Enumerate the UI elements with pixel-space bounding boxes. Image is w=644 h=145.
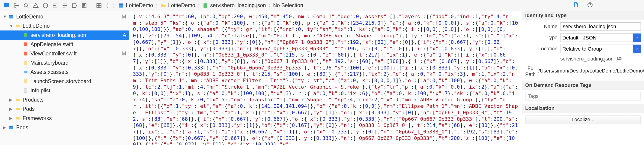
navigator-tab-issue[interactable] — [40, 0, 50, 11]
svg-rect-8 — [99, 3, 101, 5]
json-file-icon — [22, 33, 29, 38]
breadcrumb[interactable]: LottieDemo 〉 LottieDemo 〉 servishero_loa… — [117, 2, 303, 9]
svg-rect-18 — [24, 43, 27, 46]
plist-file-icon — [22, 88, 29, 93]
breadcrumb-folder: LottieDemo — [168, 2, 195, 9]
svg-rect-10 — [99, 6, 101, 8]
folder-icon — [14, 106, 21, 111]
nav-item-label: Products — [22, 97, 126, 103]
nav-item-label: LaunchScreen.storyboard — [30, 78, 126, 84]
project-navigator[interactable]: ▼ LottieDemo M ▼ LottieDemo servishero_l… — [0, 11, 129, 145]
svg-point-5 — [24, 4, 28, 7]
storyboard-file-icon — [22, 60, 29, 65]
file-name-input[interactable] — [560, 22, 641, 31]
chevron-right-icon: 〉 — [268, 3, 271, 8]
nav-file[interactable]: LaunchScreen.storyboard — [0, 77, 129, 86]
file-type-select[interactable]: Default - JSON — [560, 34, 641, 42]
editor-content[interactable]: {"v":"4.6.3","fr":60,"ip":0,"op":290,"w"… — [133, 13, 518, 145]
inspector-section-identity: Identity and Type — [522, 11, 644, 20]
disclosure-triangle-icon[interactable]: ▼ — [9, 24, 14, 28]
nav-pods-project[interactable]: ▶ Pods — [0, 123, 129, 132]
nav-file[interactable]: Main.storyboard — [0, 58, 129, 67]
json-file-icon — [202, 3, 208, 9]
nav-folder[interactable]: ▼ LottieDemo — [0, 21, 129, 31]
nav-item-label: Pods — [22, 106, 126, 112]
nav-item-label: LottieDemo — [16, 14, 120, 20]
storyboard-file-icon — [22, 79, 29, 84]
inspector-tab-help[interactable] — [587, 2, 593, 9]
disclosure-triangle-icon[interactable]: ▶ — [9, 97, 14, 102]
svg-point-3 — [14, 7, 16, 8]
xcode-project-icon — [8, 125, 15, 130]
nav-item-label: AppDelegate.swift — [30, 41, 126, 48]
svg-rect-21 — [24, 79, 27, 83]
inspector-section-localization: Localization — [522, 104, 644, 113]
navigator-tab-project[interactable] — [2, 0, 12, 11]
svg-rect-22 — [24, 89, 27, 93]
chevron-right-icon: 〉 — [198, 3, 200, 8]
svg-rect-7 — [97, 3, 99, 5]
breadcrumb-selection: No Selection — [273, 2, 303, 9]
xcode-project-icon — [8, 14, 15, 19]
nav-folder[interactable]: ▶ Frameworks — [0, 114, 129, 123]
field-label: Name — [525, 24, 558, 30]
nav-folder[interactable]: ▶ Pods — [0, 104, 129, 114]
relative-path: servishero_loading.json — [560, 56, 614, 62]
field-label: Full Path — [525, 65, 536, 77]
localize-button[interactable]: Localize... — [525, 115, 641, 124]
svg-point-2 — [14, 3, 16, 4]
navigator-tab-symbol[interactable] — [21, 0, 31, 11]
history-back[interactable]: 〈 — [104, 3, 110, 9]
navigator-tab-source-control[interactable] — [12, 0, 21, 11]
nav-file-selected[interactable]: servishero_loading.json A — [0, 31, 129, 40]
nav-item-label: Pods — [16, 124, 126, 131]
disclosure-triangle-icon[interactable]: ▶ — [3, 125, 8, 130]
svg-rect-9 — [97, 6, 99, 8]
svg-rect-20 — [24, 61, 27, 65]
scm-status: A — [120, 32, 126, 38]
nav-project-root[interactable]: ▼ LottieDemo M — [0, 12, 129, 21]
disclosure-triangle-icon[interactable]: ▼ — [3, 14, 8, 19]
scm-status: M — [120, 51, 126, 57]
field-label: Type — [525, 35, 558, 41]
nav-item-label: Frameworks — [22, 115, 126, 121]
editor-related-items[interactable] — [94, 0, 104, 11]
chevron-right-icon: 〉 — [156, 3, 158, 8]
nav-file[interactable]: Assets.xcassets — [0, 67, 129, 77]
odr-tags-input[interactable] — [525, 92, 641, 100]
nav-item-label: Info.plist — [30, 87, 126, 94]
choose-path-icon[interactable] — [617, 56, 622, 62]
file-location-select[interactable]: Relative to Group — [560, 45, 641, 53]
folder-icon — [14, 116, 21, 121]
svg-rect-24 — [9, 126, 14, 127]
navigator-tab-find[interactable] — [31, 0, 40, 11]
svg-point-4 — [18, 5, 19, 6]
nav-item-label: ViewController.swift — [30, 51, 120, 57]
breadcrumb-file: servishero_loading.json — [210, 2, 266, 9]
navigator-tab-report[interactable] — [79, 0, 89, 11]
nav-file[interactable]: ViewController.swift M — [0, 49, 129, 58]
svg-rect-17 — [24, 33, 27, 37]
nav-file[interactable]: AppDelegate.swift — [0, 40, 129, 49]
disclosure-triangle-icon[interactable]: ▶ — [9, 106, 14, 111]
nav-item-label: Main.storyboard — [30, 60, 126, 66]
svg-rect-16 — [9, 15, 14, 16]
svg-rect-19 — [24, 52, 27, 56]
inspector-tab-file[interactable] — [573, 2, 579, 9]
navigator-tab-breakpoint[interactable] — [70, 0, 79, 11]
navigator-tab-debug[interactable] — [60, 0, 70, 11]
folder-icon — [14, 97, 21, 102]
history-forward[interactable]: 〉 — [110, 3, 117, 9]
folder-icon — [14, 23, 21, 28]
disclosure-triangle-icon[interactable]: ▶ — [9, 116, 14, 121]
navigator-tab-test[interactable] — [50, 0, 60, 11]
nav-item-label: LottieDemo — [22, 23, 126, 29]
source-editor[interactable]: {"v":"4.6.3","fr":60,"ip":0,"op":290,"w"… — [129, 11, 522, 145]
xcode-project-icon — [118, 3, 124, 9]
nav-file[interactable]: Info.plist — [0, 86, 129, 95]
svg-rect-1 — [4, 3, 6, 4]
scm-status: M — [120, 14, 126, 20]
svg-rect-12 — [119, 4, 124, 5]
nav-folder[interactable]: ▶ Products — [0, 95, 129, 104]
nav-item-label: Assets.xcassets — [30, 69, 126, 75]
